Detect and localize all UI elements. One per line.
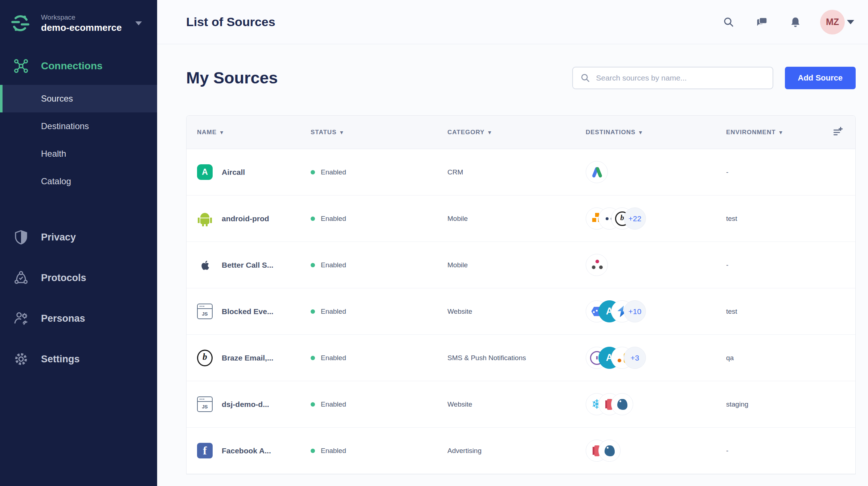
category-label: Website — [447, 400, 586, 408]
sidebar-item-health[interactable]: Health — [0, 140, 157, 168]
status-label: Enabled — [321, 354, 346, 362]
status-dot-icon — [311, 263, 315, 267]
destinations-stack: +10 — [586, 300, 726, 322]
table-row[interactable]: android-prod Enabled Mobile +22 test — [187, 195, 855, 242]
table-row[interactable]: Braze Email,... Enabled SMS & Push Notif… — [187, 335, 855, 381]
sidebar-item-privacy[interactable]: Privacy — [0, 223, 157, 251]
category-label: Mobile — [447, 261, 586, 269]
table-row[interactable]: Aircall Enabled CRM - — [187, 149, 855, 195]
shield-icon — [13, 229, 29, 245]
source-logo-icon — [197, 211, 213, 226]
source-name: dsj-demo-d... — [222, 400, 269, 409]
sort-caret-icon: ▾ — [779, 129, 783, 136]
column-header-category[interactable]: CATEGORY▾ — [447, 129, 586, 136]
category-label: SMS & Push Notifications — [447, 354, 586, 362]
table-header: NAME▾ STATUS▾ CATEGORY▾ DESTINATIONS▾ EN… — [187, 116, 855, 149]
notifications-button[interactable] — [787, 13, 804, 31]
sort-caret-icon: ▾ — [220, 129, 224, 136]
status-label: Enabled — [321, 215, 346, 223]
source-logo-icon — [197, 396, 213, 412]
topbar: List of Sources — [157, 0, 868, 44]
destinations-stack: +22 — [586, 207, 726, 230]
sidebar-item-label: Sources — [41, 94, 73, 104]
source-logo-icon — [197, 350, 213, 366]
sidebar-item-catalog[interactable]: Catalog — [0, 168, 157, 195]
sort-caret-icon: ▾ — [340, 129, 343, 136]
status-dot-icon — [311, 449, 315, 453]
category-label: Mobile — [447, 215, 586, 223]
source-name: Facebook A... — [222, 446, 271, 455]
workspace-label: Workspace — [41, 13, 122, 22]
list-plus-icon — [832, 126, 843, 137]
status-label: Enabled — [321, 400, 346, 408]
destination-icon — [586, 161, 608, 183]
destinations-stack — [586, 161, 726, 183]
search-sources-input[interactable] — [596, 74, 773, 82]
chevron-down-icon[interactable] — [135, 21, 142, 25]
environment-label: test — [726, 215, 855, 223]
column-label: CATEGORY — [447, 129, 484, 136]
main-area: List of Sources — [157, 0, 868, 486]
destinations-stack: +3 — [586, 347, 726, 369]
sort-caret-icon: ▾ — [488, 129, 491, 136]
workspace-name: demo-ecommerce — [41, 22, 122, 34]
page-title: List of Sources — [186, 15, 275, 29]
add-source-button[interactable]: Add Source — [785, 67, 856, 89]
status-label: Enabled — [321, 261, 346, 269]
protocols-icon — [13, 270, 29, 286]
status-dot-icon — [311, 402, 315, 407]
sidebar-item-sources[interactable]: Sources — [0, 85, 157, 112]
app-window: Workspace demo-ecommerce Connections Sou… — [0, 0, 868, 486]
status-dot-icon — [311, 309, 315, 314]
table-row[interactable]: Better Call S... Enabled Mobile - — [187, 242, 855, 288]
sidebar-item-connections[interactable]: Connections — [0, 57, 157, 75]
search-sources-box — [572, 67, 773, 89]
table-row[interactable]: Facebook A... Enabled Advertising - — [187, 428, 855, 474]
workspace-switcher[interactable]: Workspace demo-ecommerce — [0, 0, 157, 33]
chevron-down-icon[interactable] — [847, 20, 854, 24]
source-logo-icon — [197, 443, 213, 458]
column-header-destinations[interactable]: DESTINATIONS▾ — [586, 129, 726, 136]
search-button[interactable] — [720, 13, 737, 31]
table-row[interactable]: Blocked Eve... Enabled Website +10 test — [187, 288, 855, 335]
sources-table: NAME▾ STATUS▾ CATEGORY▾ DESTINATIONS▾ EN… — [186, 115, 856, 474]
content: My Sources Add Source NAME▾ STATUS▾ — [157, 44, 868, 474]
search-icon — [723, 16, 734, 28]
source-logo-icon — [197, 164, 213, 180]
destinations-stack — [586, 440, 726, 462]
environment-label: - — [726, 168, 855, 176]
column-label: NAME — [197, 129, 217, 136]
chat-button[interactable] — [753, 13, 771, 31]
destination-icon — [598, 440, 621, 462]
sidebar-item-personas[interactable]: Personas — [0, 305, 157, 332]
status-dot-icon — [311, 217, 315, 221]
table-row[interactable]: dsj-demo-d... Enabled Website staging — [187, 381, 855, 428]
column-header-name[interactable]: NAME▾ — [197, 129, 311, 136]
sidebar-item-label: Connections — [41, 60, 103, 72]
source-name: android-prod — [222, 214, 269, 223]
source-logo-icon — [197, 257, 213, 273]
page-heading: My Sources — [186, 69, 278, 87]
destinations-more-badge: +3 — [624, 347, 646, 369]
column-header-status[interactable]: STATUS▾ — [311, 129, 447, 136]
environment-label: test — [726, 308, 855, 316]
edit-columns-button[interactable] — [832, 126, 843, 139]
column-label: STATUS — [311, 129, 336, 136]
toolbar: My Sources Add Source — [186, 67, 856, 89]
environment-label: - — [726, 447, 855, 455]
sidebar-item-label: Protocols — [41, 272, 86, 284]
sidebar-item-label: Health — [41, 149, 66, 159]
sidebar-item-label: Personas — [41, 313, 85, 324]
sidebar-item-destinations[interactable]: Destinations — [0, 112, 157, 140]
status-dot-icon — [311, 170, 315, 174]
destination-icon — [611, 393, 633, 415]
sidebar-item-protocols[interactable]: Protocols — [0, 264, 157, 292]
status-label: Enabled — [321, 308, 346, 316]
sidebar-item-settings[interactable]: Settings — [0, 345, 157, 373]
avatar[interactable]: MZ — [820, 10, 845, 34]
sidebar-item-label: Catalog — [41, 176, 71, 186]
status-label: Enabled — [321, 447, 346, 455]
gear-icon — [13, 351, 29, 367]
status-label: Enabled — [321, 168, 346, 176]
environment-label: qa — [726, 354, 855, 362]
